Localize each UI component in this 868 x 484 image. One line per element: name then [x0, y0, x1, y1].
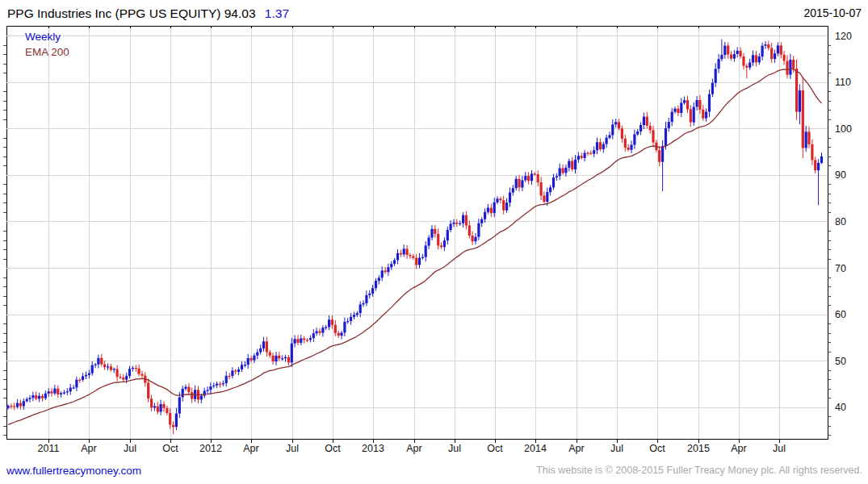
candle	[430, 225, 433, 240]
page-title: PPG Industries Inc (PPG US EQUITY) 94.03…	[7, 6, 289, 20]
candle	[586, 152, 589, 156]
candle	[157, 402, 159, 414]
candle	[365, 290, 367, 307]
candle	[231, 367, 233, 378]
candle	[733, 50, 736, 61]
candle	[321, 325, 324, 336]
candle	[26, 398, 28, 403]
candle	[521, 176, 523, 191]
candle	[593, 147, 595, 157]
candle	[35, 391, 37, 400]
candle	[512, 185, 514, 196]
candle	[421, 254, 424, 260]
candle	[562, 165, 564, 175]
candle	[400, 250, 402, 257]
candle	[100, 354, 103, 367]
candle	[589, 150, 592, 155]
candle	[764, 41, 766, 49]
candle	[627, 144, 630, 152]
chart-date: 2015-10-07	[803, 6, 862, 19]
candle	[331, 315, 333, 328]
candle	[515, 176, 518, 190]
candle	[275, 352, 277, 365]
candle	[581, 152, 583, 159]
svg-text:2011: 2011	[38, 443, 60, 454]
candle	[677, 106, 679, 116]
candle	[169, 408, 171, 428]
candle	[19, 399, 22, 409]
candle	[480, 217, 483, 227]
candle	[468, 221, 471, 239]
candle	[455, 219, 458, 227]
candle	[116, 365, 119, 382]
candle	[646, 112, 648, 128]
svg-text:Apr: Apr	[731, 443, 746, 454]
candle	[256, 349, 258, 360]
candle	[206, 386, 208, 394]
svg-text:Apr: Apr	[243, 443, 258, 454]
candle	[602, 142, 605, 153]
candle	[28, 395, 31, 403]
candle	[57, 386, 59, 398]
svg-text:2015: 2015	[687, 443, 710, 454]
candle	[537, 170, 539, 186]
candle	[618, 119, 620, 131]
candle	[698, 95, 701, 114]
candle	[38, 393, 40, 403]
candle	[132, 366, 134, 372]
candle	[428, 235, 430, 249]
candle	[110, 364, 112, 372]
svg-text:Oct: Oct	[325, 443, 341, 454]
candle	[303, 336, 305, 344]
candle	[608, 131, 610, 139]
candle	[527, 172, 530, 184]
candle	[138, 365, 140, 377]
candle	[484, 208, 486, 223]
candle	[272, 353, 275, 365]
candle	[107, 364, 109, 371]
footer-link[interactable]: www.fullertreacymoney.com	[6, 465, 141, 477]
candle	[633, 130, 635, 149]
candle	[755, 51, 757, 66]
candle	[269, 350, 271, 358]
candle	[266, 337, 268, 357]
svg-text:Jul: Jul	[773, 443, 786, 454]
candle	[73, 385, 75, 389]
candle	[761, 43, 764, 60]
candle	[135, 365, 137, 372]
candle	[748, 59, 751, 70]
svg-text:80: 80	[835, 216, 846, 227]
candle	[194, 386, 196, 403]
candle	[182, 386, 184, 402]
candle	[518, 175, 520, 191]
candle	[393, 258, 396, 266]
footer-copyright: This website is © 2008-2015 Fuller Treac…	[536, 465, 862, 476]
candle	[509, 188, 511, 207]
candle	[375, 278, 377, 291]
candle	[191, 388, 193, 403]
svg-text:50: 50	[835, 356, 846, 367]
candle	[103, 361, 106, 370]
candle	[318, 328, 321, 336]
candle	[767, 41, 769, 51]
candle	[362, 300, 364, 307]
candle	[237, 367, 240, 375]
candle	[465, 211, 468, 229]
candle	[31, 392, 34, 402]
candle	[708, 90, 711, 117]
candle	[225, 371, 228, 386]
candle	[639, 123, 642, 136]
candle	[278, 352, 280, 361]
candle	[209, 382, 212, 394]
candle	[234, 369, 237, 375]
candle	[409, 253, 411, 259]
candle	[490, 203, 493, 217]
candle	[334, 320, 337, 336]
candle	[774, 50, 776, 63]
candle	[543, 191, 545, 203]
candle	[387, 264, 389, 276]
svg-text:Jul: Jul	[610, 443, 623, 454]
candle	[814, 156, 816, 173]
svg-text:Jul: Jul	[124, 443, 136, 454]
candle	[212, 382, 215, 388]
